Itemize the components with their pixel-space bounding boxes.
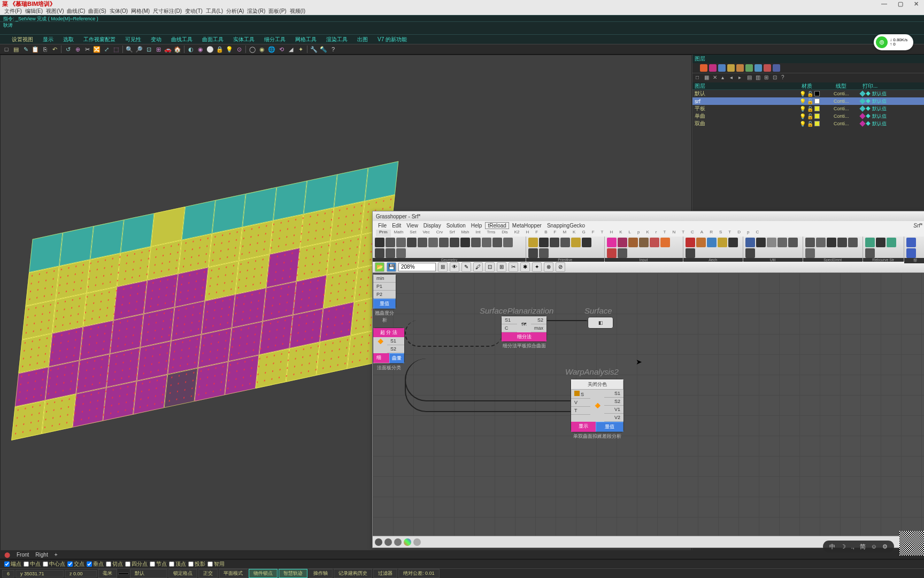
layer-tool[interactable]: □ xyxy=(696,74,703,82)
comp-classify[interactable]: 超 分 法 🔶S1 S2 细曲量 法面板分类 xyxy=(373,328,405,364)
gh-component-icon[interactable] xyxy=(906,238,916,247)
gh-component-icon[interactable] xyxy=(639,238,649,247)
gh-canvas-tool[interactable]: ⊘ xyxy=(556,262,565,272)
gh-menu-item[interactable]: MetaHopper xyxy=(510,223,544,229)
tab-right[interactable]: Right xyxy=(35,552,48,558)
gh-component-icon[interactable] xyxy=(407,238,417,247)
menu-item[interactable]: 尺寸标注(D) xyxy=(153,7,182,15)
tab-add[interactable]: + xyxy=(55,552,58,558)
gh-category-tab[interactable]: K xyxy=(643,230,652,237)
gh-component-icon[interactable] xyxy=(718,238,727,247)
gh-component-icon[interactable] xyxy=(618,238,627,247)
gh-canvas-tool[interactable]: ⊡ xyxy=(485,262,495,272)
panel-tab-icon[interactable] xyxy=(773,64,780,72)
layer-row[interactable]: 双曲💡🔓Conti...◆ 默认值 xyxy=(692,120,924,127)
gh-menu-item[interactable]: Edit xyxy=(390,223,403,229)
gh-component-icon[interactable] xyxy=(865,238,875,247)
toolbar-tab[interactable]: 出图 xyxy=(353,35,372,44)
toolbar-button[interactable]: 🔒 xyxy=(215,45,224,54)
gh-component-icon[interactable] xyxy=(745,238,755,247)
ime-button[interactable]: ., xyxy=(851,543,854,550)
gh-category-tab[interactable]: K xyxy=(616,230,625,237)
gh-category-tab[interactable]: Trns xyxy=(483,230,498,237)
gh-category-tab[interactable]: L xyxy=(626,230,634,237)
gh-component-icon[interactable] xyxy=(865,248,875,258)
toolbar-button[interactable]: ↶ xyxy=(50,45,59,54)
osnap-option[interactable]: 交点 xyxy=(67,560,84,568)
gh-category-tab[interactable]: F xyxy=(551,230,560,237)
osnap-option[interactable]: 智用 xyxy=(207,560,225,568)
osnap-option[interactable]: 顶点 xyxy=(169,560,186,568)
toolbar-tab[interactable]: 显示 xyxy=(38,35,58,44)
network-widget[interactable]: ⊚ ↓ 0.80K/s ↑ 0 xyxy=(874,34,913,50)
gh-component-icon[interactable] xyxy=(650,238,659,247)
gh-component-icon[interactable] xyxy=(528,238,538,247)
toolbar-button[interactable]: ✎ xyxy=(21,45,30,54)
gh-component-icon[interactable] xyxy=(539,248,549,258)
gh-category-tab[interactable]: F xyxy=(532,230,541,237)
gh-category-tab[interactable]: H xyxy=(523,230,533,237)
gh-component-icon[interactable] xyxy=(887,238,896,247)
gh-component-icon[interactable] xyxy=(428,238,438,247)
ime-bar[interactable]: 中☽.,简☺⚙ xyxy=(823,541,894,552)
gh-component-icon[interactable] xyxy=(460,238,470,247)
gh-category-tab[interactable]: Prm xyxy=(376,230,391,237)
gh-component-icon[interactable] xyxy=(396,248,406,258)
status-mode[interactable]: 操作轴 xyxy=(309,569,333,578)
gh-canvas-tool[interactable]: ⊞ xyxy=(438,262,448,272)
panel-tab-icon[interactable] xyxy=(700,64,707,72)
gh-category-tab[interactable]: Int xyxy=(473,230,484,237)
gh-component-icon[interactable] xyxy=(827,238,836,247)
toolbar-button[interactable]: 🏠 xyxy=(173,45,182,54)
ime-button[interactable]: ⚙ xyxy=(882,543,888,550)
ime-button[interactable]: ☽ xyxy=(841,543,846,550)
gh-canvas-tool[interactable]: 🖊 xyxy=(473,262,483,272)
gh-category-tab[interactable]: C xyxy=(688,230,697,237)
gh-component-icon[interactable] xyxy=(450,238,459,247)
gh-category-tab[interactable]: T xyxy=(679,230,688,237)
gh-menu-item[interactable]: SnappingGecko xyxy=(545,223,587,229)
gh-component-icon[interactable] xyxy=(707,238,717,247)
menu-item[interactable]: 视频(I) xyxy=(290,7,305,15)
gh-component-icon[interactable] xyxy=(607,248,617,258)
toolbar-button[interactable]: ⎘ xyxy=(41,45,49,54)
gh-menu-item[interactable]: Solution xyxy=(444,223,468,229)
menu-item[interactable]: 渲染(R) xyxy=(247,7,265,15)
toolbar-button[interactable]: ⬚ xyxy=(112,45,120,54)
gh-menu-item[interactable]: File xyxy=(376,223,389,229)
panel-tab-icon[interactable] xyxy=(764,64,771,72)
osnap-option[interactable]: 中点 xyxy=(24,560,41,568)
toolbar-tab[interactable]: 选取 xyxy=(59,35,78,44)
gh-component-icon[interactable] xyxy=(503,238,513,247)
menu-item[interactable]: 曲线(C) xyxy=(67,7,85,15)
toolbar-tab[interactable]: V7 的新功能 xyxy=(373,35,411,44)
toolbar-button[interactable]: ✂ xyxy=(83,45,91,54)
status-mode[interactable]: 平面模式 xyxy=(219,569,248,578)
gh-category-tab[interactable]: T xyxy=(725,230,734,237)
toolbar-tab[interactable]: 设置视图 xyxy=(7,35,37,44)
gh-category-tab[interactable]: T xyxy=(660,230,669,237)
gh-open-icon[interactable]: 📂 xyxy=(375,262,384,272)
gh-component-icon[interactable] xyxy=(386,248,395,258)
gh-titlebar[interactable]: Grasshopper - Srf* xyxy=(373,211,924,221)
gh-category-tab[interactable]: D xyxy=(734,230,744,237)
toolbar-tab[interactable]: 曲面工具 xyxy=(198,35,228,44)
toolbar-button[interactable]: ◯ xyxy=(248,45,257,54)
comp-planarize[interactable]: S1 C 🗺 S2 max 细分法 细分法平板拟合曲面 xyxy=(501,316,547,342)
gh-category-tab[interactable]: p xyxy=(634,230,643,237)
gh-category-tab[interactable]: A xyxy=(697,230,706,237)
layer-row[interactable]: 平板💡🔓Conti...◆ 默认值 xyxy=(692,105,924,112)
status-mode[interactable]: 智慧轨迹 xyxy=(279,569,307,578)
toolbar-button[interactable]: ✦ xyxy=(296,45,305,54)
status-mode[interactable]: 记录建构历史 xyxy=(334,569,372,578)
panel-tab-icon[interactable] xyxy=(745,64,753,72)
gh-component-icon[interactable] xyxy=(788,238,798,247)
gh-component-icon[interactable] xyxy=(728,238,738,247)
gh-category-tab[interactable]: Srf xyxy=(446,230,458,237)
gh-component-icon[interactable] xyxy=(471,238,481,247)
gh-category-tab[interactable]: r xyxy=(652,230,660,237)
layer-tool[interactable]: ▸ xyxy=(738,74,746,82)
layer-row[interactable]: srf💡🔓Conti...◆ 默认值 xyxy=(692,97,924,105)
gh-component-icon[interactable] xyxy=(805,238,815,247)
gh-category-tab[interactable]: Crv xyxy=(433,230,446,237)
